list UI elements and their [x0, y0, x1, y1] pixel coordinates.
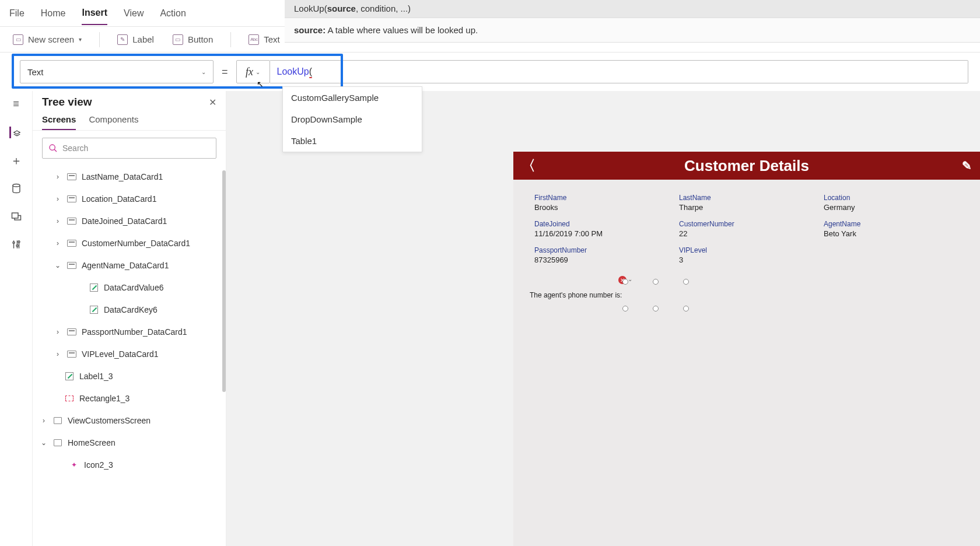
insert-label-text: Label: [132, 34, 154, 44]
field-value-lastname: Tharpe: [679, 203, 814, 212]
resize-handle[interactable]: [653, 306, 659, 312]
label-control-icon: [89, 284, 99, 292]
expand-icon[interactable]: ›: [40, 416, 48, 425]
canvas-area: 〈 Customer Details ✎ FirstName Brooks La…: [226, 91, 980, 546]
tree-item[interactable]: ⌄HomeScreen: [36, 432, 222, 454]
tree-view-tabs: Screens Components: [33, 108, 226, 131]
formula-function-name: LookUp: [277, 66, 309, 77]
chevron-down-icon[interactable]: ⌄: [628, 276, 632, 282]
expand-icon[interactable]: ›: [54, 350, 62, 358]
tree-list: ›LastName_DataCard1›Location_DataCard1›D…: [33, 166, 226, 546]
tree-item-label: VIPLevel_DataCard1: [82, 349, 159, 359]
insert-button-button[interactable]: ▭ Button: [169, 32, 216, 47]
edit-icon[interactable]: ✎: [962, 159, 972, 173]
field-value-agentname: Beto Yark: [824, 229, 959, 238]
property-select-value: Text: [27, 67, 44, 77]
menu-action[interactable]: Action: [160, 2, 186, 24]
tree-item[interactable]: ›CustomerNumber_DataCard1: [36, 232, 222, 254]
expand-icon[interactable]: ›: [54, 173, 62, 181]
tree-item[interactable]: ›ViewCustomersScreen: [36, 410, 222, 432]
tree-item[interactable]: ✦Icon2_3: [36, 454, 222, 476]
tab-screens[interactable]: Screens: [42, 114, 76, 130]
field-value-viplevel: 3: [679, 256, 814, 264]
hamburger-icon[interactable]: ≡: [13, 98, 19, 110]
app-canvas: 〈 Customer Details ✎ FirstName Brooks La…: [513, 152, 980, 546]
insert-button-text: Button: [188, 34, 213, 44]
field-label-viplevel: VIPLevel: [679, 246, 814, 254]
tree-item-label: Icon2_3: [84, 460, 113, 470]
tree-item-label: PassportNumber_DataCard1: [82, 327, 187, 337]
property-select[interactable]: Text ⌄: [20, 60, 214, 83]
resize-handle[interactable]: [653, 279, 659, 285]
hint-desc-text: A table where values will be looked up.: [326, 25, 478, 35]
suggestion-item[interactable]: Table1: [283, 130, 422, 152]
data-icon[interactable]: [10, 183, 22, 194]
tree-item[interactable]: ⌄AgentName_DataCard1: [36, 254, 222, 276]
insert-icon[interactable]: ＋: [10, 155, 22, 166]
tree-view-pane: Tree view ✕ Screens Components Search ›L…: [33, 91, 226, 546]
collapse-icon[interactable]: ⌄: [40, 439, 48, 447]
collapse-icon[interactable]: ⌄: [54, 261, 62, 270]
formula-hint-panel: LookUp(source, condition, ...) source: A…: [285, 0, 980, 43]
tree-item[interactable]: DataCardKey6: [36, 299, 222, 321]
resize-handle[interactable]: [683, 279, 689, 285]
tree-item-label: DateJoined_DataCard1: [82, 216, 167, 226]
tree-view-title: Tree view: [42, 96, 92, 108]
insert-label-button[interactable]: ✎ Label: [114, 32, 158, 47]
resize-handle[interactable]: [683, 306, 689, 312]
tree-item[interactable]: Label1_3: [36, 365, 222, 387]
ribbon-divider: [99, 32, 100, 47]
tree-item[interactable]: ›PassportNumber_DataCard1: [36, 321, 222, 343]
selected-label-control[interactable]: ✕ ⌄: [625, 282, 686, 309]
expand-icon[interactable]: ›: [54, 328, 62, 336]
svg-point-4: [18, 241, 20, 243]
tree-item[interactable]: ›DateJoined_DataCard1: [36, 210, 222, 232]
expand-icon[interactable]: ›: [54, 239, 62, 247]
field-label-location: Location: [824, 194, 959, 202]
datacard-icon: [66, 195, 77, 203]
tree-item[interactable]: ›VIPLevel_DataCard1: [36, 343, 222, 365]
menu-home[interactable]: Home: [41, 2, 66, 24]
menu-view[interactable]: View: [124, 2, 144, 24]
search-icon: [48, 144, 58, 153]
label-icon: ✎: [117, 34, 128, 45]
advanced-tools-icon[interactable]: [10, 239, 22, 250]
fx-icon: fx: [246, 66, 253, 78]
suggestion-item[interactable]: CustomGallerySample: [283, 87, 422, 108]
fx-button[interactable]: fx ⌄: [236, 60, 270, 83]
tree-search-input[interactable]: Search: [42, 138, 216, 159]
expand-icon[interactable]: ›: [54, 217, 62, 225]
formula-arg-description: source: A table where values will be loo…: [285, 18, 980, 43]
svg-point-5: [50, 145, 55, 150]
datacard-icon: [66, 173, 77, 181]
expand-icon[interactable]: ›: [54, 195, 62, 203]
tree-item[interactable]: DataCardValue6: [36, 276, 222, 299]
suggestion-item[interactable]: DropDownSample: [283, 108, 422, 130]
back-icon[interactable]: 〈: [522, 156, 536, 175]
datacard-icon: [66, 217, 77, 225]
close-icon[interactable]: ✕: [209, 97, 216, 108]
tree-item[interactable]: ›LastName_DataCard1: [36, 166, 222, 188]
tree-item[interactable]: Rectangle1_3: [36, 387, 222, 410]
tree-item-label: HomeScreen: [68, 438, 116, 447]
resize-handle[interactable]: [622, 306, 628, 312]
media-icon[interactable]: [10, 211, 22, 222]
new-screen-icon: ▭: [13, 34, 23, 45]
chevron-down-icon: ⌄: [201, 69, 206, 75]
tree-item[interactable]: ›Location_DataCard1: [36, 188, 222, 210]
label-control-icon: [89, 306, 99, 314]
menu-file[interactable]: File: [9, 2, 24, 24]
tab-components[interactable]: Components: [89, 114, 138, 130]
datacard-icon: [66, 328, 77, 336]
field-label-firstname: FirstName: [534, 194, 670, 202]
tree-view-icon[interactable]: [9, 127, 21, 138]
svg-point-0: [13, 184, 20, 187]
scrollbar[interactable]: [222, 170, 226, 392]
menu-insert[interactable]: Insert: [82, 2, 107, 25]
field-label-agentname: AgentName: [824, 220, 959, 228]
resize-handle[interactable]: [622, 279, 628, 285]
svg-line-6: [54, 149, 57, 152]
new-screen-button[interactable]: ▭ New screen ▾: [9, 32, 85, 47]
chevron-down-icon: ▾: [79, 36, 82, 43]
formula-input[interactable]: LookUp(: [270, 60, 968, 83]
